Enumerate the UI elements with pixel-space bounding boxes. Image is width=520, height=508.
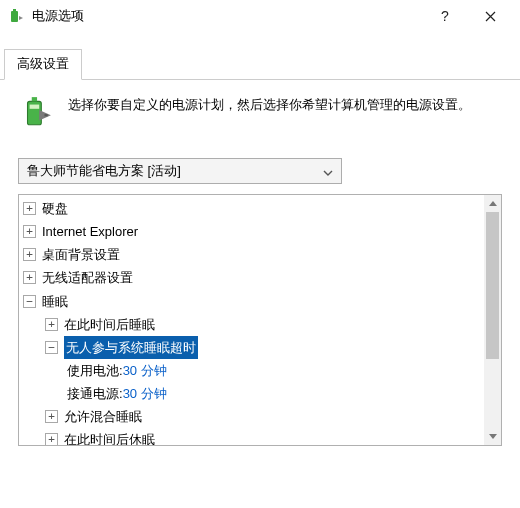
power-plan-dropdown[interactable]: 鲁大师节能省电方案 [活动] (18, 158, 342, 184)
svg-rect-6 (45, 114, 48, 116)
window-title: 电源选项 (32, 7, 424, 25)
expand-icon[interactable]: + (23, 271, 36, 284)
svg-rect-1 (13, 9, 16, 11)
vertical-scrollbar[interactable] (484, 195, 501, 445)
settings-tree[interactable]: + 硬盘 + Internet Explorer + 桌面背景设置 + 无线适配… (19, 195, 484, 445)
expand-icon[interactable]: + (45, 410, 58, 423)
power-plan-value: 鲁大师节能省电方案 [活动] (27, 162, 181, 180)
chevron-down-icon (323, 164, 333, 179)
expand-icon[interactable]: + (23, 248, 36, 261)
battery-app-icon (8, 8, 24, 24)
collapse-icon[interactable]: − (23, 295, 36, 308)
expand-icon[interactable]: + (45, 433, 58, 445)
close-button[interactable] (468, 1, 512, 31)
tree-leaf-on-battery[interactable]: 使用电池: 30 分钟 (19, 359, 484, 382)
tabstrip: 高级设置 (0, 48, 520, 80)
collapse-icon[interactable]: − (45, 341, 58, 354)
help-button[interactable]: ? (424, 1, 468, 31)
tree-item-hdd[interactable]: + 硬盘 (19, 197, 484, 220)
svg-rect-5 (30, 105, 40, 109)
tree-item-sleep[interactable]: − 睡眠 (19, 290, 484, 313)
tree-leaf-plugged-in[interactable]: 接通电源: 30 分钟 (19, 382, 484, 405)
expand-icon[interactable]: + (23, 225, 36, 238)
tree-item-unattended-sleep[interactable]: − 无人参与系统睡眠超时 (19, 336, 484, 359)
scroll-up-icon[interactable] (484, 195, 501, 212)
tab-advanced-label: 高级设置 (17, 56, 69, 71)
svg-text:?: ? (441, 9, 449, 23)
tab-advanced[interactable]: 高级设置 (4, 49, 82, 80)
scrollbar-thumb[interactable] (486, 212, 499, 359)
battery-icon (18, 94, 54, 130)
expand-icon[interactable]: + (45, 318, 58, 331)
svg-rect-4 (32, 97, 37, 101)
value-on-battery: 30 分钟 (123, 359, 167, 382)
svg-rect-0 (11, 11, 18, 22)
tree-item-desktop-bg[interactable]: + 桌面背景设置 (19, 243, 484, 266)
scrollbar-track[interactable] (484, 212, 501, 428)
tree-item-hibernate-after[interactable]: + 在此时间后休眠 (19, 428, 484, 445)
expand-icon[interactable]: + (23, 202, 36, 215)
tree-item-wireless[interactable]: + 无线适配器设置 (19, 266, 484, 289)
tree-item-sleep-after[interactable]: + 在此时间后睡眠 (19, 313, 484, 336)
value-plugged-in: 30 分钟 (123, 382, 167, 405)
description-text: 选择你要自定义的电源计划，然后选择你希望计算机管理的电源设置。 (68, 94, 471, 130)
tree-item-hybrid-sleep[interactable]: + 允许混合睡眠 (19, 405, 484, 428)
tree-item-selected: 无人参与系统睡眠超时 (64, 336, 198, 359)
scroll-down-icon[interactable] (484, 428, 501, 445)
tree-item-ie[interactable]: + Internet Explorer (19, 220, 484, 243)
